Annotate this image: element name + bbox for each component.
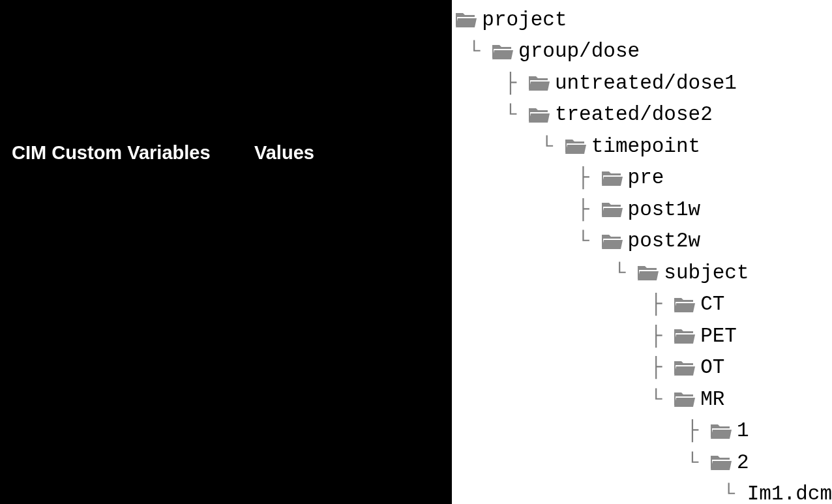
tree-row: ├ pre: [456, 162, 832, 194]
folder-open-icon: [529, 74, 551, 91]
folder-label: untreated/dose1: [555, 73, 737, 93]
folder-label: timepoint: [591, 136, 700, 156]
table-header-row: CIM Custom Variables Values: [12, 142, 314, 164]
tree-branch-prefix: ├: [456, 421, 711, 441]
folder-label: treated/dose2: [555, 104, 713, 125]
folder-open-icon: [674, 359, 696, 376]
tree-row: └ Im1.dcm: [456, 479, 832, 505]
tree-branch-prefix: └: [456, 452, 711, 473]
directory-tree-panel: project └ group/dose ├ untreated/dose1 └…: [452, 0, 832, 504]
folder-label: subject: [664, 263, 749, 283]
folder-label: 2: [737, 452, 749, 473]
tree-branch-prefix: └: [456, 389, 674, 409]
tree-branch-prefix: └: [456, 231, 601, 251]
tree-row: └ 2: [456, 447, 832, 479]
folder-open-icon: [565, 138, 587, 155]
folder-label: group/dose: [518, 41, 640, 61]
folder-open-icon: [602, 233, 624, 250]
folder-label: 1: [737, 421, 749, 441]
tree-branch-prefix: ├: [456, 73, 529, 93]
folder-open-icon: [638, 264, 660, 281]
folder-open-icon: [602, 170, 624, 186]
folder-label: MR: [700, 389, 724, 409]
tree-row: ├ PET: [456, 320, 832, 352]
tree-branch-prefix: └: [456, 263, 638, 283]
tree-branch-prefix: └: [456, 104, 529, 125]
tree-row: └ subject: [456, 257, 832, 289]
folder-open-icon: [674, 296, 696, 313]
tree-branch-prefix: ├: [456, 357, 674, 378]
tree-row: ├ CT: [456, 289, 832, 321]
col-header-custom-variables: CIM Custom Variables: [12, 142, 254, 164]
col-header-values: Values: [254, 142, 314, 164]
left-panel: CIM Custom Variables Values: [0, 0, 452, 504]
tree-branch-prefix: ├: [456, 168, 601, 188]
folder-open-icon: [711, 454, 733, 471]
tree-row: project: [456, 4, 832, 36]
tree-branch-prefix: ├: [456, 200, 601, 220]
tree-row: ├ 1: [456, 415, 832, 447]
tree-row: └ MR: [456, 383, 832, 415]
tree-row: └ group/dose: [456, 36, 832, 68]
folder-label: OT: [700, 357, 724, 378]
tree-branch-prefix: └: [456, 136, 565, 156]
folder-open-icon: [674, 327, 696, 344]
tree-branch-prefix: └: [456, 484, 747, 504]
tree-row: ├ OT: [456, 352, 832, 384]
tree-branch-prefix: ├: [456, 294, 674, 314]
tree-row: └ post2w: [456, 226, 832, 258]
tree-branch-prefix: ├: [456, 326, 674, 346]
folder-label: CT: [700, 294, 724, 314]
folder-open-icon: [674, 391, 696, 408]
tree-row: ├ untreated/dose1: [456, 67, 832, 99]
folder-open-icon: [492, 43, 514, 60]
tree-row: └ timepoint: [456, 130, 832, 162]
folder-label: pre: [628, 168, 664, 188]
folder-open-icon: [711, 422, 733, 439]
folder-label: post2w: [628, 231, 701, 251]
folder-open-icon: [456, 11, 478, 28]
file-label: Im1.dcm: [747, 484, 832, 504]
folder-open-icon: [529, 106, 551, 123]
folder-open-icon: [602, 201, 624, 218]
tree-branch-prefix: └: [456, 41, 492, 61]
folder-label: project: [482, 10, 567, 30]
tree-row: ├ post1w: [456, 194, 832, 226]
folder-label: post1w: [628, 200, 701, 220]
tree-row: └ treated/dose2: [456, 99, 832, 131]
folder-label: PET: [700, 326, 737, 346]
